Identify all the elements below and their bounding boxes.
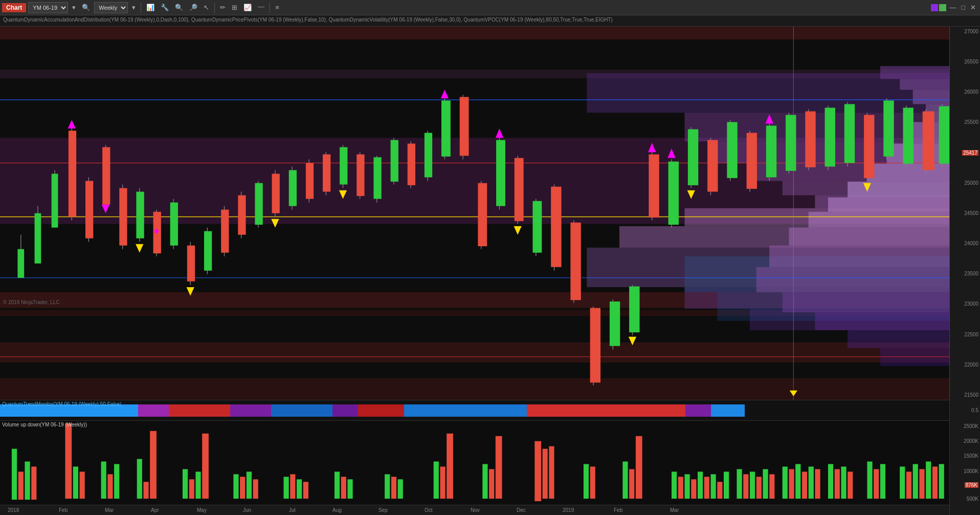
svg-rect-30 bbox=[828, 198, 949, 212]
right-axis-panel: 27000 26500 26000 25500 25417 25000 2450… bbox=[949, 27, 980, 515]
svg-rect-134 bbox=[688, 129, 698, 185]
svg-rect-250 bbox=[880, 464, 885, 499]
price-25000: 25000 bbox=[964, 180, 978, 186]
svg-rect-214 bbox=[496, 436, 502, 499]
zoom-out-icon[interactable]: 🔍 bbox=[173, 3, 185, 12]
svg-rect-74 bbox=[221, 209, 229, 252]
svg-rect-117 bbox=[551, 187, 561, 267]
svg-rect-139 bbox=[727, 122, 737, 178]
line-icon[interactable]: 〰 bbox=[256, 3, 266, 12]
close-icon[interactable]: ✕ bbox=[968, 3, 978, 12]
settings-icon[interactable]: ≡ bbox=[273, 3, 281, 12]
svg-rect-189 bbox=[143, 482, 148, 499]
svg-rect-98 bbox=[408, 144, 415, 185]
svg-rect-121 bbox=[590, 308, 600, 383]
separator-1 bbox=[141, 3, 141, 13]
svg-rect-152 bbox=[844, 104, 855, 163]
separator-3 bbox=[270, 3, 270, 13]
symbol-selector[interactable]: YM 06-19 bbox=[28, 2, 68, 13]
svg-rect-212 bbox=[482, 464, 487, 499]
x-label-apr: Apr bbox=[151, 507, 159, 513]
svg-rect-242 bbox=[809, 466, 814, 499]
svg-rect-154 bbox=[864, 115, 874, 178]
price-21500: 21500 bbox=[964, 392, 978, 398]
svg-rect-107 bbox=[478, 183, 487, 246]
price-chart[interactable]: © 2019 NinjaTrader, LLC bbox=[0, 27, 949, 400]
svg-rect-210 bbox=[440, 466, 445, 499]
svg-rect-172 bbox=[358, 404, 404, 417]
svg-rect-211 bbox=[447, 434, 453, 499]
price-23500: 23500 bbox=[964, 271, 978, 276]
dropdown-arrow-icon[interactable]: ▾ bbox=[70, 3, 78, 12]
svg-rect-35 bbox=[783, 292, 949, 312]
draw-icon[interactable]: ✏ bbox=[218, 3, 228, 12]
svg-rect-8 bbox=[0, 378, 949, 400]
svg-rect-76 bbox=[238, 195, 246, 234]
chart-title-button[interactable]: Chart bbox=[2, 3, 26, 12]
minimize-icon[interactable]: — bbox=[947, 3, 958, 12]
maximize-icon[interactable]: □ bbox=[959, 3, 967, 12]
x-label-sep: Sep bbox=[378, 507, 388, 513]
svg-rect-146 bbox=[786, 115, 796, 170]
vol-1000k: 1000K bbox=[964, 468, 978, 474]
svg-rect-61 bbox=[136, 191, 144, 238]
bar-chart-icon[interactable]: 📊 bbox=[144, 3, 157, 12]
price-26500: 26500 bbox=[964, 59, 978, 65]
cursor-icon[interactable]: ↖ bbox=[202, 3, 211, 12]
price-24500: 24500 bbox=[964, 210, 978, 216]
svg-rect-59 bbox=[119, 188, 127, 245]
svg-rect-83 bbox=[289, 170, 297, 206]
svg-rect-32 bbox=[789, 228, 949, 246]
svg-rect-176 bbox=[711, 404, 745, 417]
x-label-mar2: Mar bbox=[670, 507, 679, 513]
svg-rect-78 bbox=[255, 183, 262, 225]
svg-rect-234 bbox=[750, 471, 755, 499]
svg-rect-148 bbox=[805, 111, 815, 167]
svg-rect-159 bbox=[903, 108, 913, 163]
svg-rect-31 bbox=[809, 212, 949, 228]
copyright-label: © 2019 NinjaTrader, LLC bbox=[3, 299, 59, 305]
volume-axis: 2500K 2000K 1500K 1000K 876K 500K bbox=[949, 420, 980, 505]
svg-rect-23 bbox=[900, 79, 949, 90]
chart-container: © 2019 NinjaTrader, LLC QuantumTrendMoni… bbox=[0, 27, 949, 515]
svg-rect-209 bbox=[434, 462, 439, 499]
svg-rect-249 bbox=[874, 469, 879, 499]
svg-rect-195 bbox=[233, 474, 238, 499]
svg-rect-175 bbox=[685, 404, 711, 417]
svg-rect-128 bbox=[649, 155, 659, 218]
svg-rect-207 bbox=[391, 477, 396, 499]
x-axis: 2018 Feb Mar Apr May Jun Jul Aug Sep Oct… bbox=[0, 505, 949, 515]
svg-rect-100 bbox=[425, 133, 432, 177]
price-26000: 26000 bbox=[964, 89, 978, 95]
svg-rect-218 bbox=[584, 464, 589, 499]
svg-rect-143 bbox=[766, 125, 776, 177]
svg-rect-34 bbox=[756, 267, 949, 292]
x-label-mar1: Mar bbox=[105, 507, 114, 513]
svg-rect-243 bbox=[815, 469, 820, 499]
candle-icon[interactable]: 📈 bbox=[241, 3, 254, 12]
search-icon[interactable]: 🔍 bbox=[80, 3, 92, 12]
timeframe-dropdown-icon[interactable]: ▾ bbox=[130, 3, 138, 12]
svg-rect-220 bbox=[622, 462, 628, 499]
main-area: © 2019 NinjaTrader, LLC QuantumTrendMoni… bbox=[0, 27, 980, 515]
wrench-icon[interactable]: 🔧 bbox=[159, 3, 171, 12]
svg-rect-54 bbox=[85, 181, 93, 238]
svg-rect-187 bbox=[114, 464, 119, 499]
zoom-in-icon[interactable]: 🔎 bbox=[187, 3, 199, 12]
vol-1500k: 1500K bbox=[964, 453, 978, 459]
svg-point-65 bbox=[154, 229, 159, 233]
svg-rect-28 bbox=[867, 164, 949, 182]
x-label-2018: 2018 bbox=[8, 507, 19, 513]
svg-rect-191 bbox=[183, 469, 188, 499]
price-23000: 23000 bbox=[964, 301, 978, 307]
frame-icon[interactable]: ⊞ bbox=[230, 3, 239, 12]
svg-rect-94 bbox=[373, 157, 381, 199]
svg-rect-181 bbox=[31, 466, 36, 500]
timeframe-selector[interactable]: Weekly bbox=[94, 2, 128, 13]
svg-rect-180 bbox=[25, 462, 30, 500]
separator-2 bbox=[214, 3, 215, 13]
svg-rect-251 bbox=[900, 466, 905, 499]
svg-rect-125 bbox=[629, 286, 639, 332]
svg-rect-241 bbox=[802, 471, 807, 499]
svg-rect-235 bbox=[756, 477, 762, 499]
